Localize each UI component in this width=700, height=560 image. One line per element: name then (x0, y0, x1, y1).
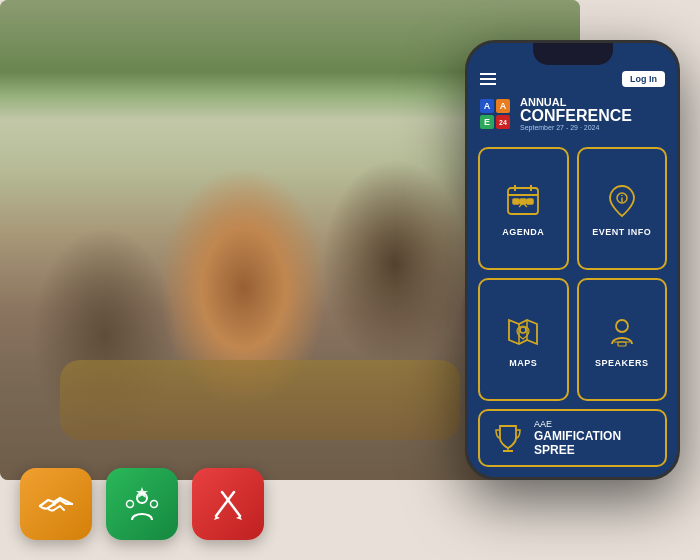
calendar-icon (503, 181, 543, 221)
maps-label: MAPS (509, 358, 537, 368)
logo-cell-24: 24 (496, 115, 510, 129)
menu-grid: AGENDA EVENT INFO (468, 139, 677, 409)
svg-marker-25 (214, 516, 220, 520)
logo-cell-a2: A (496, 99, 510, 113)
phone-mockup: Log In A A E 24 ANNUAL CONFERENCE Septem… (465, 40, 680, 480)
menu-item-agenda[interactable]: AGENDA (478, 147, 569, 270)
map-icon (503, 312, 543, 352)
agenda-label: AGENDA (502, 227, 544, 237)
hamburger-icon[interactable] (480, 73, 496, 85)
gamification-banner[interactable]: AAE GAMIFICATION SPREE (478, 409, 667, 467)
login-button[interactable]: Log In (622, 71, 665, 87)
svg-marker-10 (509, 320, 537, 344)
app-icon-community[interactable] (106, 468, 178, 540)
logo-cell-a1: A (480, 99, 494, 113)
svg-point-22 (127, 501, 134, 508)
conference-header: A A E 24 ANNUAL CONFERENCE September 27 … (468, 91, 677, 139)
menu-item-speakers[interactable]: SPEAKERS (577, 278, 668, 401)
speakers-label: SPEAKERS (595, 358, 649, 368)
phone-notch (533, 43, 613, 65)
svg-marker-27 (236, 516, 242, 520)
speaker-icon (602, 312, 642, 352)
svg-rect-15 (618, 342, 626, 346)
logo-cell-e: E (480, 115, 494, 129)
event-info-label: EVENT INFO (592, 227, 651, 237)
gamification-prefix: AAE (534, 419, 621, 429)
bottom-app-icons (20, 468, 264, 540)
phone-screen: Log In A A E 24 ANNUAL CONFERENCE Septem… (468, 43, 677, 477)
aae-logo: A A E 24 (480, 99, 510, 129)
menu-item-event-info[interactable]: EVENT INFO (577, 147, 668, 270)
trophy-icon (492, 422, 524, 454)
gamification-text: AAE GAMIFICATION SPREE (534, 419, 621, 457)
conference-title: ANNUAL CONFERENCE September 27 - 29 · 20… (520, 97, 632, 131)
svg-point-14 (616, 320, 628, 332)
phone-frame: Log In A A E 24 ANNUAL CONFERENCE Septem… (465, 40, 680, 480)
svg-rect-6 (527, 199, 533, 204)
svg-point-19 (52, 502, 56, 506)
gamification-title: GAMIFICATION SPREE (534, 429, 621, 457)
info-pin-icon (602, 181, 642, 221)
svg-rect-4 (513, 199, 519, 204)
menu-item-maps[interactable]: MAPS (478, 278, 569, 401)
conference-date: September 27 - 29 · 2024 (520, 124, 632, 131)
app-icon-tools[interactable] (192, 468, 264, 540)
meeting-table (60, 360, 460, 440)
svg-point-13 (520, 327, 526, 333)
svg-point-23 (151, 501, 158, 508)
conference-main-label: CONFERENCE (520, 108, 632, 124)
app-icon-handshake[interactable] (20, 468, 92, 540)
